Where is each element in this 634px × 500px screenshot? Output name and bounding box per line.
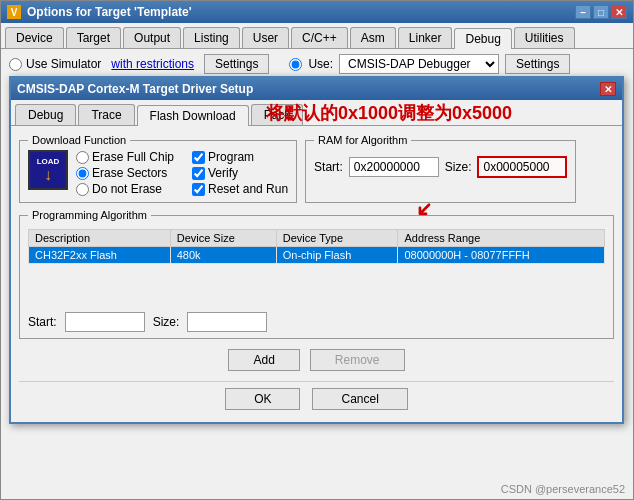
tab-debug[interactable]: Debug [454,28,511,49]
cancel-button[interactable]: Cancel [312,388,407,410]
window-controls: – □ ✕ [575,5,627,19]
program-label: Program [208,150,254,164]
inner-close-button[interactable]: ✕ [600,82,616,96]
tab-device[interactable]: Device [5,27,64,48]
table-row[interactable]: CH32F2xx Flash 480k On-chip Flash 080000… [29,247,605,264]
col-device-size: Device Size [170,230,276,247]
ok-button[interactable]: OK [225,388,300,410]
action-row: Add Remove [19,349,614,371]
load-icon: LOAD ↓ [28,150,68,190]
tab-output[interactable]: Output [123,27,181,48]
use-simulator-radio[interactable] [9,58,22,71]
tab-listing[interactable]: Listing [183,27,240,48]
tab-utilities[interactable]: Utilities [514,27,575,48]
erase-sectors-row: Erase Sectors [76,166,174,180]
erase-sectors-radio[interactable] [76,167,89,180]
cell-device-type: On-chip Flash [276,247,398,264]
debugger-select[interactable]: CMSIS-DAP Debugger [339,54,499,74]
do-not-erase-label: Do not Erase [92,182,162,196]
dialog-body: Download Function LOAD ↓ Erase Full Chip [11,126,622,422]
check-options: Program Verify Reset and Run [192,150,288,196]
inner-titlebar: CMSIS-DAP Cortex-M Target Driver Setup ✕ [11,78,622,100]
start-input[interactable] [349,157,439,177]
watermark: CSDN @perseverance52 [501,483,625,495]
verify-label: Verify [208,166,238,180]
col-description: Description [29,230,171,247]
use-simulator-label: Use Simulator [26,57,101,71]
download-function-box: Download Function LOAD ↓ Erase Full Chip [19,134,297,203]
load-arrow: ↓ [44,166,52,184]
do-not-erase-row: Do not Erase [76,182,174,196]
ram-algorithm-box: RAM for Algorithm Start: Size: [305,134,576,203]
tab-cpp[interactable]: C/C++ [291,27,348,48]
load-text: LOAD [37,157,60,166]
inner-dialog: CMSIS-DAP Cortex-M Target Driver Setup ✕… [9,76,624,424]
program-checkbox[interactable] [192,151,205,164]
erase-full-chip-label: Erase Full Chip [92,150,174,164]
erase-options: Erase Full Chip Erase Sectors Do not Era… [76,150,174,196]
simulator-settings-button[interactable]: Settings [204,54,269,74]
erase-full-chip-radio[interactable] [76,151,89,164]
with-restrictions-link[interactable]: with restrictions [111,57,194,71]
size-input[interactable] [477,156,567,178]
outer-tabs-row: Device Target Output Listing User C/C++ … [1,23,633,49]
algo-start-label: Start: [28,315,57,329]
use-simulator-group: Use Simulator [9,57,101,71]
verify-row: Verify [192,166,288,180]
col-device-type: Device Type [276,230,398,247]
tab-target[interactable]: Target [66,27,121,48]
erase-full-chip-row: Erase Full Chip [76,150,174,164]
reset-run-row: Reset and Run [192,182,288,196]
tab-user[interactable]: User [242,27,289,48]
download-function-title: Download Function [28,134,130,146]
program-row: Program [192,150,288,164]
inner-tab-trace[interactable]: Trace [78,104,134,125]
options-row: Use Simulator with restrictions Settings… [1,49,633,79]
tab-linker[interactable]: Linker [398,27,453,48]
ram-row: Start: Size: [314,156,567,178]
app-icon: V [7,5,21,19]
erase-sectors-label: Erase Sectors [92,166,167,180]
download-inner: LOAD ↓ Erase Full Chip Erase Sectors [28,150,288,196]
col-address-range: Address Range [398,230,605,247]
add-button[interactable]: Add [228,349,299,371]
cell-device-size: 480k [170,247,276,264]
reset-run-checkbox[interactable] [192,183,205,196]
algo-start-input[interactable] [65,312,145,332]
cell-description: CH32F2xx Flash [29,247,171,264]
algo-size-input[interactable] [187,312,267,332]
size-label: Size: [445,160,472,174]
algo-size-label: Size: [153,315,180,329]
inner-tab-flash-download[interactable]: Flash Download [137,105,249,126]
programming-algorithm-title: Programming Algorithm [28,209,151,221]
outer-window-title: Options for Target 'Template' [27,5,192,19]
ram-algorithm-title: RAM for Algorithm [314,134,411,146]
algo-bottom: Start: Size: [28,312,605,332]
use-label: Use: [308,57,333,71]
outer-window: V Options for Target 'Template' – □ ✕ De… [0,0,634,500]
algo-table: Description Device Size Device Type Addr… [28,229,605,264]
outer-titlebar: V Options for Target 'Template' – □ ✕ [1,1,633,23]
minimize-button[interactable]: – [575,5,591,19]
cell-address-range: 08000000H - 08077FFFH [398,247,605,264]
maximize-button[interactable]: □ [593,5,609,19]
bottom-row: OK Cancel [19,381,614,414]
close-button[interactable]: ✕ [611,5,627,19]
debugger-settings-button[interactable]: Settings [505,54,570,74]
remove-button[interactable]: Remove [310,349,405,371]
inner-tab-debug[interactable]: Debug [15,104,76,125]
use-debugger-radio[interactable] [289,58,302,71]
start-label: Start: [314,160,343,174]
inner-dialog-title: CMSIS-DAP Cortex-M Target Driver Setup [17,82,253,96]
programming-algorithm-box: Programming Algorithm Description Device… [19,209,614,339]
tab-asm[interactable]: Asm [350,27,396,48]
reset-run-label: Reset and Run [208,182,288,196]
verify-checkbox[interactable] [192,167,205,180]
top-section: Download Function LOAD ↓ Erase Full Chip [19,134,614,203]
annotation-text: 将默认的0x1000调整为0x5000 [266,101,512,125]
do-not-erase-radio[interactable] [76,183,89,196]
